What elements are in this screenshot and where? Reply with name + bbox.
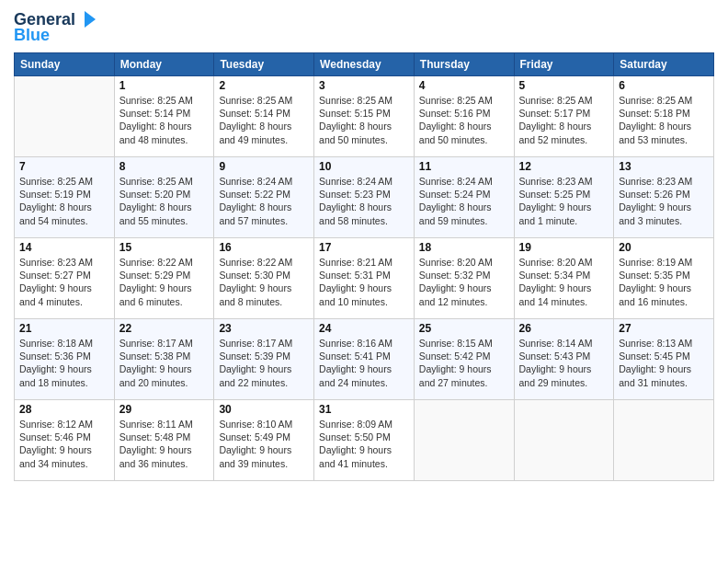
day-info: Sunrise: 8:16 AMSunset: 5:41 PMDaylight:… — [319, 337, 409, 389]
day-info: Sunrise: 8:25 AMSunset: 5:14 PMDaylight:… — [119, 94, 210, 146]
calendar-day-cell: 27Sunrise: 8:13 AMSunset: 5:45 PMDayligh… — [614, 319, 714, 400]
calendar-day-cell: 4Sunrise: 8:25 AMSunset: 5:16 PMDaylight… — [414, 76, 514, 157]
calendar-day-cell: 8Sunrise: 8:25 AMSunset: 5:20 PMDaylight… — [114, 157, 214, 238]
calendar-week-row: 1Sunrise: 8:25 AMSunset: 5:14 PMDaylight… — [15, 76, 714, 157]
calendar-day-cell: 3Sunrise: 8:25 AMSunset: 5:15 PMDaylight… — [314, 76, 415, 157]
day-info: Sunrise: 8:21 AMSunset: 5:31 PMDaylight:… — [319, 256, 409, 308]
day-number: 28 — [19, 403, 109, 416]
calendar-day-cell: 9Sunrise: 8:24 AMSunset: 5:22 PMDaylight… — [214, 157, 314, 238]
day-info: Sunrise: 8:23 AMSunset: 5:27 PMDaylight:… — [19, 256, 109, 308]
day-info: Sunrise: 8:18 AMSunset: 5:36 PMDaylight:… — [19, 337, 109, 389]
calendar-day-cell: 13Sunrise: 8:23 AMSunset: 5:26 PMDayligh… — [614, 157, 714, 238]
day-info: Sunrise: 8:25 AMSunset: 5:18 PMDaylight:… — [619, 94, 709, 146]
day-info: Sunrise: 8:11 AMSunset: 5:48 PMDaylight:… — [119, 418, 210, 470]
day-number: 29 — [119, 403, 210, 416]
weekday-header: Friday — [514, 53, 614, 76]
calendar-day-cell: 6Sunrise: 8:25 AMSunset: 5:18 PMDaylight… — [614, 76, 714, 157]
calendar-day-cell: 15Sunrise: 8:22 AMSunset: 5:29 PMDayligh… — [114, 238, 214, 319]
day-info: Sunrise: 8:25 AMSunset: 5:15 PMDaylight:… — [319, 94, 409, 146]
calendar-day-cell: 19Sunrise: 8:20 AMSunset: 5:34 PMDayligh… — [514, 238, 614, 319]
calendar-day-cell: 24Sunrise: 8:16 AMSunset: 5:41 PMDayligh… — [314, 319, 415, 400]
calendar-day-cell: 1Sunrise: 8:25 AMSunset: 5:14 PMDaylight… — [114, 76, 214, 157]
day-info: Sunrise: 8:25 AMSunset: 5:17 PMDaylight:… — [519, 94, 609, 146]
day-info: Sunrise: 8:20 AMSunset: 5:32 PMDaylight:… — [419, 256, 509, 308]
calendar-day-cell: 10Sunrise: 8:24 AMSunset: 5:23 PMDayligh… — [314, 157, 415, 238]
logo: General Blue — [14, 9, 97, 45]
weekday-header: Tuesday — [214, 53, 314, 76]
calendar-day-cell: 5Sunrise: 8:25 AMSunset: 5:17 PMDaylight… — [514, 76, 614, 157]
weekday-header: Monday — [114, 53, 214, 76]
calendar-day-cell: 20Sunrise: 8:19 AMSunset: 5:35 PMDayligh… — [614, 238, 714, 319]
day-number: 8 — [119, 160, 210, 173]
day-number: 26 — [519, 322, 609, 335]
day-info: Sunrise: 8:25 AMSunset: 5:16 PMDaylight:… — [419, 94, 509, 146]
day-number: 22 — [119, 322, 210, 335]
day-info: Sunrise: 8:17 AMSunset: 5:39 PMDaylight:… — [219, 337, 309, 389]
calendar-day-cell: 14Sunrise: 8:23 AMSunset: 5:27 PMDayligh… — [15, 238, 115, 319]
day-number: 9 — [219, 160, 309, 173]
calendar-day-cell: 23Sunrise: 8:17 AMSunset: 5:39 PMDayligh… — [214, 319, 314, 400]
day-number: 30 — [219, 403, 309, 416]
day-info: Sunrise: 8:14 AMSunset: 5:43 PMDaylight:… — [519, 337, 609, 389]
day-number: 12 — [519, 160, 609, 173]
day-number: 4 — [419, 79, 509, 92]
svg-marker-0 — [85, 11, 96, 28]
calendar-week-row: 7Sunrise: 8:25 AMSunset: 5:19 PMDaylight… — [15, 157, 714, 238]
calendar-day-cell: 2Sunrise: 8:25 AMSunset: 5:14 PMDaylight… — [214, 76, 314, 157]
day-number: 27 — [619, 322, 709, 335]
day-number: 2 — [219, 79, 309, 92]
calendar-day-cell: 30Sunrise: 8:10 AMSunset: 5:49 PMDayligh… — [214, 400, 314, 481]
weekday-header: Sunday — [15, 53, 115, 76]
day-number: 21 — [19, 322, 109, 335]
day-number: 25 — [419, 322, 509, 335]
day-info: Sunrise: 8:23 AMSunset: 5:26 PMDaylight:… — [619, 175, 709, 227]
day-number: 19 — [519, 241, 609, 254]
day-number: 16 — [219, 241, 309, 254]
day-info: Sunrise: 8:24 AMSunset: 5:24 PMDaylight:… — [419, 175, 509, 227]
page-header: General Blue — [14, 9, 714, 45]
logo-blue: Blue — [14, 26, 50, 45]
day-info: Sunrise: 8:24 AMSunset: 5:22 PMDaylight:… — [219, 175, 309, 227]
day-info: Sunrise: 8:13 AMSunset: 5:45 PMDaylight:… — [619, 337, 709, 389]
day-number: 1 — [119, 79, 210, 92]
day-info: Sunrise: 8:12 AMSunset: 5:46 PMDaylight:… — [19, 418, 109, 470]
calendar-day-cell — [614, 400, 714, 481]
day-number: 17 — [319, 241, 409, 254]
day-number: 3 — [319, 79, 409, 92]
calendar-day-cell: 22Sunrise: 8:17 AMSunset: 5:38 PMDayligh… — [114, 319, 214, 400]
calendar-day-cell: 26Sunrise: 8:14 AMSunset: 5:43 PMDayligh… — [514, 319, 614, 400]
day-info: Sunrise: 8:10 AMSunset: 5:49 PMDaylight:… — [219, 418, 309, 470]
day-info: Sunrise: 8:15 AMSunset: 5:42 PMDaylight:… — [419, 337, 509, 389]
calendar-day-cell — [414, 400, 514, 481]
day-info: Sunrise: 8:20 AMSunset: 5:34 PMDaylight:… — [519, 256, 609, 308]
calendar-day-cell: 21Sunrise: 8:18 AMSunset: 5:36 PMDayligh… — [15, 319, 115, 400]
calendar-week-row: 28Sunrise: 8:12 AMSunset: 5:46 PMDayligh… — [15, 400, 714, 481]
calendar-day-cell: 25Sunrise: 8:15 AMSunset: 5:42 PMDayligh… — [414, 319, 514, 400]
logo-triangle-icon — [77, 9, 97, 29]
day-number: 31 — [319, 403, 409, 416]
day-number: 13 — [619, 160, 709, 173]
calendar-table: SundayMondayTuesdayWednesdayThursdayFrid… — [14, 52, 714, 481]
day-number: 15 — [119, 241, 210, 254]
day-info: Sunrise: 8:22 AMSunset: 5:29 PMDaylight:… — [119, 256, 210, 308]
calendar-day-cell: 7Sunrise: 8:25 AMSunset: 5:19 PMDaylight… — [15, 157, 115, 238]
calendar-day-cell: 12Sunrise: 8:23 AMSunset: 5:25 PMDayligh… — [514, 157, 614, 238]
calendar-header-row: SundayMondayTuesdayWednesdayThursdayFrid… — [15, 53, 714, 76]
day-number: 20 — [619, 241, 709, 254]
day-info: Sunrise: 8:24 AMSunset: 5:23 PMDaylight:… — [319, 175, 409, 227]
day-info: Sunrise: 8:25 AMSunset: 5:19 PMDaylight:… — [19, 175, 109, 227]
day-number: 7 — [19, 160, 109, 173]
day-info: Sunrise: 8:25 AMSunset: 5:20 PMDaylight:… — [119, 175, 210, 227]
day-info: Sunrise: 8:17 AMSunset: 5:38 PMDaylight:… — [119, 337, 210, 389]
day-info: Sunrise: 8:19 AMSunset: 5:35 PMDaylight:… — [619, 256, 709, 308]
day-info: Sunrise: 8:22 AMSunset: 5:30 PMDaylight:… — [219, 256, 309, 308]
calendar-day-cell: 11Sunrise: 8:24 AMSunset: 5:24 PMDayligh… — [414, 157, 514, 238]
calendar-day-cell: 17Sunrise: 8:21 AMSunset: 5:31 PMDayligh… — [314, 238, 415, 319]
day-info: Sunrise: 8:23 AMSunset: 5:25 PMDaylight:… — [519, 175, 609, 227]
day-number: 5 — [519, 79, 609, 92]
weekday-header: Wednesday — [314, 53, 415, 76]
weekday-header: Thursday — [414, 53, 514, 76]
day-number: 10 — [319, 160, 409, 173]
calendar-week-row: 21Sunrise: 8:18 AMSunset: 5:36 PMDayligh… — [15, 319, 714, 400]
day-number: 14 — [19, 241, 109, 254]
